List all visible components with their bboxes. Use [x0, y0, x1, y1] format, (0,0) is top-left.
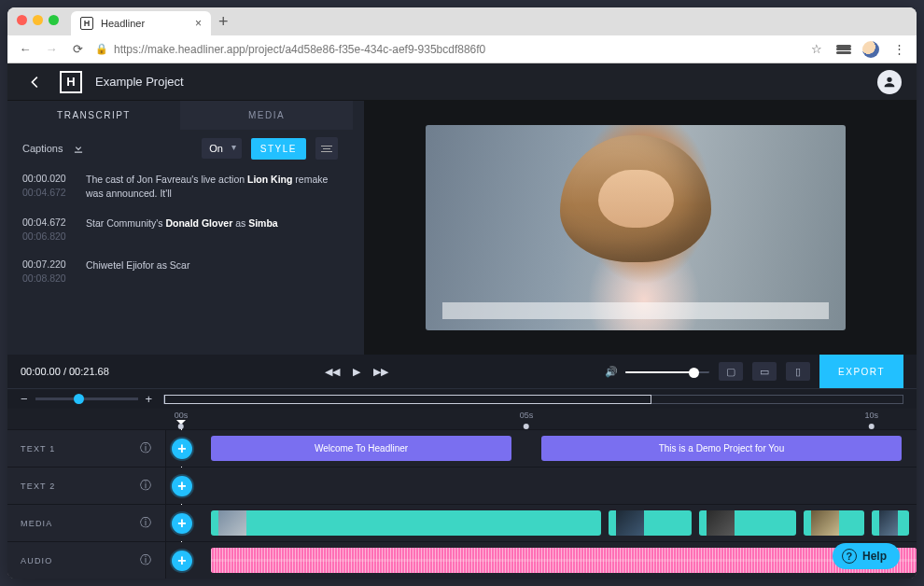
track-audio: AUDIOⓘ +	[7, 541, 917, 579]
add-clip-button[interactable]: +	[172, 551, 192, 571]
favicon-icon: H	[80, 17, 93, 30]
zoom-row: − +	[7, 388, 917, 409]
media-clip[interactable]	[699, 510, 797, 536]
zoom-in-button[interactable]: +	[146, 392, 153, 406]
transcript-list: 00:00.020 00:04.672 The cast of Jon Favr…	[7, 167, 353, 355]
window-controls[interactable]	[17, 15, 59, 25]
transcript-text: The cast of Jon Favreau's live action Li…	[86, 173, 338, 200]
transcript-text: Chiwetel Ejiofor as Scar	[86, 258, 338, 284]
time-end: 00:08.820	[22, 272, 75, 284]
transcript-line[interactable]: 00:04.672 00:06.820 Star Community's Don…	[7, 211, 353, 253]
maximize-window-icon[interactable]	[49, 15, 59, 25]
browser-toolbar: ← → ⟳ 🔒 https://make.headliner.app/proje…	[7, 35, 917, 63]
transcript-line[interactable]: 00:00.020 00:04.672 The cast of Jon Favr…	[7, 167, 353, 211]
timeline-ruler[interactable]: 00s 05s 10s	[7, 409, 917, 429]
add-clip-button[interactable]: +	[172, 439, 192, 459]
track-label: TEXT 2	[21, 481, 56, 491]
extensions-icon[interactable]	[836, 43, 851, 56]
aspect-button-1[interactable]: ▢	[719, 362, 743, 381]
track-text-1: TEXT 1ⓘ + Welcome To Headliner This is a…	[7, 429, 917, 467]
track-label: MEDIA	[21, 519, 53, 528]
app-root: H Example Project TRANSCRIPT MEDIA Capti…	[7, 63, 917, 579]
time-start: 00:07.220	[22, 258, 75, 270]
close-tab-icon[interactable]: ×	[195, 17, 202, 30]
ruler-tick: 10s	[864, 411, 878, 420]
time-end: 00:04.672	[22, 187, 75, 198]
track-media: MEDIAⓘ +	[7, 504, 917, 541]
url-text: https://make.headliner.app/project/a4d58…	[114, 43, 485, 56]
aspect-button-2[interactable]: ▭	[752, 362, 777, 381]
aspect-button-3[interactable]: ▯	[786, 362, 810, 381]
tab-title: Headliner	[101, 18, 145, 29]
volume-control[interactable]: 🔊	[605, 366, 709, 378]
arrow-left-icon	[26, 74, 43, 91]
time-end: 00:06.820	[22, 230, 75, 242]
browser-tab[interactable]: H Headliner ×	[71, 11, 211, 35]
reload-icon[interactable]: ⟳	[69, 42, 86, 56]
preview-panel	[364, 101, 917, 355]
workspace: TRANSCRIPT MEDIA Captions On STYLE 00:00…	[7, 101, 917, 355]
help-label: Help	[862, 550, 887, 563]
align-button[interactable]	[315, 137, 338, 160]
app-back-button[interactable]	[22, 70, 47, 94]
track-text-2: TEXT 2ⓘ +	[7, 467, 917, 504]
browser-tabstrip: H Headliner × +	[7, 7, 917, 35]
close-window-icon[interactable]	[17, 15, 27, 25]
volume-slider[interactable]	[625, 370, 709, 373]
text-clip[interactable]: This is a Demo Project for You	[541, 436, 902, 461]
ruler-tick: 00s	[175, 411, 189, 420]
ruler-tick: 05s	[520, 411, 534, 420]
app-header: H Example Project	[7, 63, 917, 101]
back-icon[interactable]: ←	[17, 42, 34, 56]
rewind-button[interactable]: ◀◀	[325, 366, 340, 378]
project-title: Example Project	[95, 75, 184, 89]
add-clip-button[interactable]: +	[172, 476, 192, 496]
info-icon[interactable]: ⓘ	[140, 478, 152, 494]
transcript-text: Star Community's Donald Glover as Simba	[86, 216, 338, 242]
new-tab-button[interactable]: +	[218, 12, 229, 32]
address-bar[interactable]: 🔒 https://make.headliner.app/project/a4d…	[95, 43, 799, 56]
info-icon[interactable]: ⓘ	[140, 440, 152, 456]
download-icon[interactable]	[72, 142, 85, 155]
media-clip[interactable]	[804, 510, 863, 536]
menu-icon[interactable]: ⋮	[890, 42, 907, 56]
timeline: 00s 05s 10s TEXT 1ⓘ + Welcome To Headlin…	[7, 409, 917, 579]
forward-icon[interactable]: →	[43, 42, 60, 56]
tab-media[interactable]: MEDIA	[180, 101, 353, 130]
captions-label: Captions	[22, 143, 63, 154]
track-label: AUDIO	[21, 556, 53, 565]
media-clip[interactable]	[609, 510, 691, 536]
export-button[interactable]: EXPORT	[819, 355, 903, 388]
time-start: 00:00.020	[22, 173, 75, 184]
help-button[interactable]: ? Help	[833, 543, 900, 569]
audio-clip[interactable]	[211, 548, 917, 573]
timecode: 00:00.00 / 00:21.68	[21, 366, 109, 377]
info-icon[interactable]: ⓘ	[140, 515, 152, 531]
media-clip[interactable]	[872, 510, 909, 536]
media-clip[interactable]	[211, 510, 601, 536]
forward-button[interactable]: ▶▶	[373, 366, 388, 378]
app-logo-icon[interactable]: H	[60, 71, 82, 93]
video-preview[interactable]	[426, 125, 846, 330]
minimize-window-icon[interactable]	[33, 15, 43, 25]
zoom-slider[interactable]	[35, 398, 138, 400]
text-clip[interactable]: Welcome To Headliner	[211, 436, 511, 461]
left-panel: TRANSCRIPT MEDIA Captions On STYLE 00:00…	[7, 101, 353, 355]
add-clip-button[interactable]: +	[172, 513, 192, 534]
panel-tabs: TRANSCRIPT MEDIA	[7, 101, 353, 130]
tab-transcript[interactable]: TRANSCRIPT	[7, 101, 180, 130]
transcript-line[interactable]: 00:07.220 00:08.820 Chiwetel Ejiofor as …	[7, 253, 353, 295]
play-button[interactable]: ▶	[353, 366, 360, 378]
info-icon[interactable]: ⓘ	[140, 552, 152, 568]
zoom-out-button[interactable]: −	[21, 392, 28, 406]
track-label: TEXT 1	[21, 444, 56, 453]
style-button[interactable]: STYLE	[251, 138, 306, 160]
account-button[interactable]	[877, 70, 902, 94]
captions-toggle-select[interactable]: On	[202, 138, 242, 159]
star-icon[interactable]: ☆	[808, 42, 825, 56]
timeline-scrollbar[interactable]	[163, 395, 903, 404]
volume-icon[interactable]: 🔊	[605, 366, 618, 378]
browser-window: H Headliner × + ← → ⟳ 🔒 https://make.hea…	[7, 7, 917, 579]
profile-avatar-icon[interactable]	[862, 41, 879, 58]
user-icon	[882, 75, 897, 90]
